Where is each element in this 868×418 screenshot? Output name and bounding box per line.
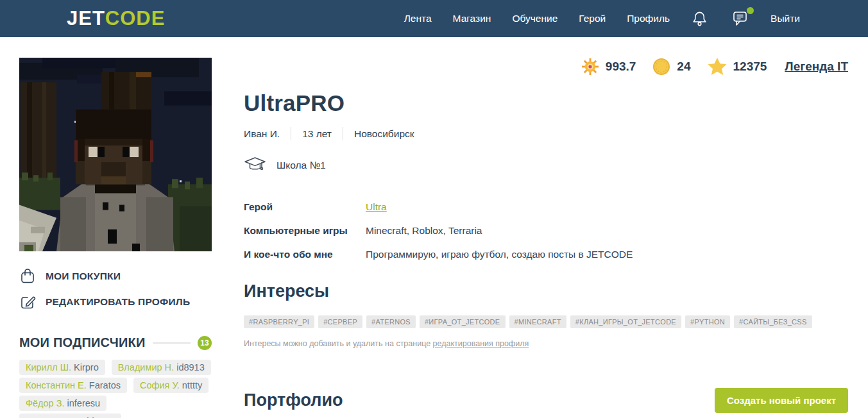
stats-row: 993.7 24 12375 Легенда I: [244, 57, 848, 76]
divider: [343, 127, 343, 140]
messages-button[interactable]: [729, 10, 749, 28]
subscriber-name: Владимир Н.: [118, 362, 174, 372]
school-row: Школа №1: [244, 156, 848, 174]
stars-value: 12375: [733, 60, 767, 74]
subscriber-name: Константин Е.: [26, 380, 87, 390]
subscriber-nick: inferesu: [67, 398, 101, 408]
username-heading: UltraPRO: [244, 90, 848, 116]
stars-stat: 12375: [708, 57, 767, 76]
subscriber-nick: Faratos: [89, 380, 121, 390]
subscriber-pill[interactable]: София У. ntttty: [133, 378, 208, 393]
interests-note: Интересы можно добавить и удалить на стр…: [244, 339, 848, 348]
star-icon: [708, 57, 727, 76]
profile-main: 993.7 24 12375 Легенда I: [244, 54, 848, 413]
profile-sidebar: МОИ ПОКУПКИ РЕДАКТИРОВАТЬ ПРОФИЛЬ МОИ ПО…: [19, 58, 212, 418]
subscriber-pill[interactable]: Фёдор З. inferesu: [19, 396, 106, 411]
nav-item-geroy[interactable]: Герой: [579, 13, 606, 24]
nav-item-lenta[interactable]: Лента: [404, 13, 432, 24]
coins-stat: 24: [652, 58, 690, 76]
avatar: [19, 58, 212, 251]
divider-line: [153, 342, 191, 344]
interest-tag[interactable]: #СЕРВЕР: [318, 315, 362, 328]
subscribers-count-badge: 13: [198, 336, 212, 350]
subscriber-name: Фёдор З.: [26, 398, 65, 408]
edit-profile-note-link[interactable]: редактирования профиля: [433, 339, 529, 348]
subscriber-name: Кирилл Ш.: [26, 362, 71, 372]
logout-link[interactable]: Выйти: [770, 13, 800, 24]
nav-item-magazin[interactable]: Магазин: [453, 13, 491, 24]
field-games: Компьютерные игры Minecraft, Roblox, Ter…: [244, 225, 848, 237]
graduation-cap-icon: [244, 156, 266, 174]
subscribers-header: МОИ ПОДПИСЧИКИ 13: [19, 335, 212, 350]
field-label: Герой: [244, 201, 366, 213]
interest-tags: #RASPBERRY_PI #СЕРВЕР #ATERNOS #ИГРА_ОТ_…: [244, 315, 848, 328]
field-hero: Герой Ultra: [244, 201, 848, 213]
create-project-button[interactable]: Создать новый проект: [715, 388, 848, 413]
field-about: И кое-что обо мне Программирую, играю фу…: [244, 249, 848, 260]
logo-code: CODE: [105, 7, 166, 29]
nav-item-profil[interactable]: Профиль: [627, 13, 670, 24]
top-navbar: JETCODE Лента Магазин Обучение Герой Про…: [0, 0, 868, 37]
profile-name: Иван И.: [244, 128, 280, 140]
interest-tag[interactable]: #MINECRAFT: [509, 315, 566, 328]
profile-city: Новосибирск: [354, 128, 414, 140]
interest-tag[interactable]: #ИГРА_ОТ_JETCODE: [420, 315, 506, 328]
coins-value: 24: [677, 60, 690, 74]
subscriber-nick: ntttty: [182, 380, 202, 390]
subscriber-pill[interactable]: Константин Е. Faratos: [19, 378, 127, 393]
field-label: Компьютерные игры: [244, 225, 366, 237]
edit-profile-label: РЕДАКТИРОВАТЬ ПРОФИЛЬ: [46, 296, 190, 308]
interest-tag[interactable]: #RASPBERRY_PI: [244, 315, 314, 328]
subscriber-nick: id8913: [176, 362, 205, 372]
subscriber-nick: Kirpro: [74, 362, 99, 372]
divider: [291, 127, 291, 140]
subscriber-pill[interactable]: Владимир Н. id8913: [112, 360, 211, 375]
jetcode-logo[interactable]: JETCODE: [67, 7, 165, 30]
logo-jet: JET: [67, 7, 105, 29]
subscriber-name: София У.: [140, 380, 180, 390]
edit-pencil-icon: [19, 293, 36, 310]
field-value: Программирую, играю футбол, создаю посты…: [366, 249, 633, 260]
gear-icon: [581, 58, 599, 76]
shopping-bag-icon: [19, 267, 36, 285]
profile-age: 13 лет: [302, 128, 332, 140]
my-purchases-link[interactable]: МОИ ПОКУПКИ: [19, 267, 212, 285]
hero-link[interactable]: Ultra: [366, 201, 387, 213]
subscriber-pill[interactable]: Кирилл Ш. Kirpro: [19, 360, 105, 375]
interest-tag[interactable]: #КЛАН_ИГРЫ_ОТ_JETCODE: [570, 315, 681, 328]
nav-item-obuchenie[interactable]: Обучение: [512, 13, 557, 24]
interest-tag[interactable]: #PYTHON: [685, 315, 730, 328]
subscriber-pill[interactable]: Станислав Н. id1000: [19, 414, 121, 418]
field-label: И кое-что обо мне: [244, 249, 366, 260]
interest-tag[interactable]: #САЙТЫ_БЕЗ_CSS: [734, 315, 812, 328]
unread-messages-dot: [747, 7, 754, 14]
field-value: Minecraft, Roblox, Terraria: [366, 225, 482, 237]
energy-stat: 993.7: [581, 58, 636, 76]
rank-link[interactable]: Легенда IT: [785, 60, 848, 74]
subscribers-list: Кирилл Ш. Kirpro Владимир Н. id8913 Конс…: [19, 360, 212, 418]
my-purchases-label: МОИ ПОКУПКИ: [46, 271, 121, 282]
profile-page: JETCODE Лента Магазин Обучение Герой Про…: [0, 0, 868, 418]
bell-icon: [691, 10, 708, 28]
coin-icon: [652, 58, 670, 76]
messages-icon: [729, 10, 749, 28]
portfolio-header-row: Портфолио Создать новый проект: [244, 388, 848, 413]
subscribers-title: МОИ ПОДПИСЧИКИ: [19, 335, 146, 350]
edit-profile-link[interactable]: РЕДАКТИРОВАТЬ ПРОФИЛЬ: [19, 293, 212, 310]
interests-heading: Интересы: [244, 281, 848, 301]
notifications-button[interactable]: [691, 10, 708, 28]
profile-fields: Герой Ultra Компьютерные игры Minecraft,…: [244, 201, 848, 260]
portfolio-heading: Портфолио: [244, 390, 343, 410]
school-name: Школа №1: [277, 160, 326, 171]
energy-value: 993.7: [606, 60, 636, 74]
profile-meta: Иван И. 13 лет Новосибирск: [244, 127, 848, 140]
top-nav-links: Лента Магазин Обучение Герой Профиль: [404, 10, 800, 28]
interest-tag[interactable]: #ATERNOS: [366, 315, 416, 328]
note-text: Интересы можно добавить и удалить на стр…: [244, 339, 433, 348]
